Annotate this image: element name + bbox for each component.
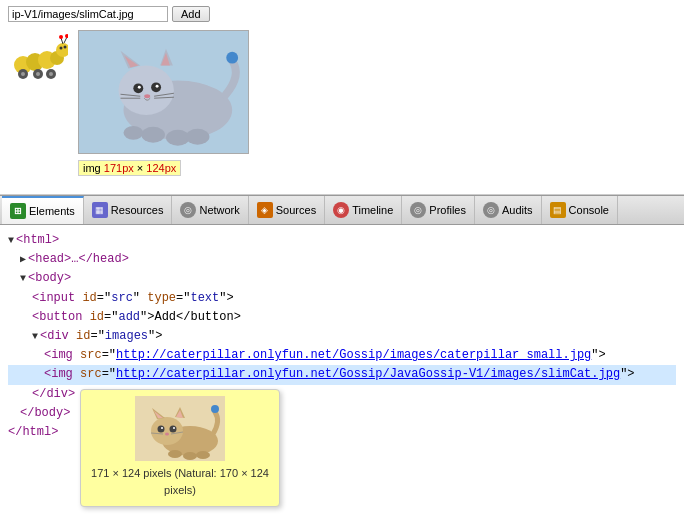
dom-line-html: ▼ <html> [8, 231, 676, 250]
svg-point-25 [138, 86, 141, 89]
url-input[interactable] [8, 6, 168, 22]
image-size-tooltip: img 171px × 124px [78, 160, 181, 176]
svg-point-36 [123, 126, 143, 140]
preview-area: Add [0, 0, 684, 195]
tab-console-label: Console [569, 204, 609, 216]
tooltip-height: 124px [146, 162, 176, 174]
tooltip-width: 171px [104, 162, 134, 174]
tab-network-label: Network [199, 204, 239, 216]
svg-point-10 [65, 34, 68, 38]
dom-line-button: <button id="add">Add</button> [8, 308, 676, 327]
dom-line-body: ▼ <body> [8, 269, 676, 288]
svg-point-45 [170, 425, 177, 432]
img2-link[interactable]: http://caterpillar.onlyfun.net/Gossip/Ja… [116, 365, 620, 384]
input-tag-open: < [32, 289, 39, 308]
profiles-icon: ◎ [410, 202, 426, 218]
tab-elements-label: Elements [29, 205, 75, 217]
svg-point-51 [211, 405, 219, 413]
tooltip-tag: img [83, 162, 101, 174]
tab-resources-label: Resources [111, 204, 164, 216]
tab-timeline-label: Timeline [352, 204, 393, 216]
tooltip-sep: × [137, 162, 146, 174]
tab-audits[interactable]: ◎ Audits [475, 196, 542, 224]
img1-link[interactable]: http://caterpillar.onlyfun.net/Gossip/im… [116, 346, 591, 365]
svg-point-48 [165, 432, 169, 435]
svg-point-32 [226, 51, 238, 63]
tab-network[interactable]: ◎ Network [172, 196, 248, 224]
html-tag: <html> [16, 231, 59, 250]
triangle-div[interactable]: ▼ [32, 329, 38, 345]
svg-point-52 [168, 450, 182, 458]
svg-point-18 [119, 65, 174, 114]
svg-point-6 [64, 46, 67, 49]
svg-point-12 [21, 72, 25, 76]
head-tag: <head>…</head> [28, 250, 129, 269]
svg-point-14 [36, 72, 40, 76]
svg-point-8 [59, 35, 63, 39]
svg-point-26 [156, 85, 159, 88]
caterpillar-small-image [13, 30, 68, 85]
triangle-head[interactable]: ▶ [20, 252, 26, 268]
svg-point-46 [161, 427, 163, 429]
tab-profiles-label: Profiles [429, 204, 466, 216]
audits-icon: ◎ [483, 202, 499, 218]
dom-line-div: ▼ <div id="images"> [8, 327, 676, 346]
tab-profiles[interactable]: ◎ Profiles [402, 196, 475, 224]
elements-icon: ⊞ [10, 203, 26, 219]
hover-preview-tooltip: 171 × 124 pixels (Natural: 170 × 124 pix… [80, 389, 280, 507]
dom-line-input: <input id="src" type="text"> [8, 289, 676, 308]
hover-cat-image [135, 396, 225, 461]
body-tag: <body> [28, 269, 71, 288]
dom-line-head: ▶ <head>…</head> [8, 250, 676, 269]
svg-point-39 [151, 417, 183, 445]
image-preview-area: img 171px × 124px [8, 30, 676, 154]
tab-elements[interactable]: ⊞ Elements [2, 196, 84, 224]
dom-line-img1: <img src="http://caterpillar.onlyfun.net… [8, 346, 676, 365]
svg-point-47 [173, 427, 175, 429]
svg-point-27 [144, 94, 150, 98]
dom-line-img2: <img src="http://caterpillar.onlyfun.net… [8, 365, 676, 384]
sources-icon: ◈ [257, 202, 273, 218]
svg-point-5 [60, 47, 63, 50]
svg-point-44 [158, 425, 165, 432]
main-cat-container: img 171px × 124px [78, 30, 249, 154]
svg-point-35 [186, 129, 210, 145]
url-bar: Add [8, 6, 676, 22]
svg-point-16 [49, 72, 53, 76]
devtools-tabs: ⊞ Elements ▦ Resources ◎ Network ◈ Sourc… [0, 195, 684, 225]
svg-point-33 [141, 127, 165, 143]
network-icon: ◎ [180, 202, 196, 218]
svg-point-53 [183, 452, 197, 460]
tab-resources[interactable]: ▦ Resources [84, 196, 173, 224]
main-cat-image [78, 30, 249, 154]
resources-icon: ▦ [92, 202, 108, 218]
add-button[interactable]: Add [172, 6, 210, 22]
svg-point-54 [196, 451, 210, 459]
tab-timeline[interactable]: ◉ Timeline [325, 196, 402, 224]
triangle-body[interactable]: ▼ [20, 271, 26, 287]
tab-sources-label: Sources [276, 204, 316, 216]
timeline-icon: ◉ [333, 202, 349, 218]
triangle-html[interactable]: ▼ [8, 233, 14, 249]
hover-tooltip-text: 171 × 124 pixels (Natural: 170 × 124 pix… [91, 465, 269, 500]
tab-sources[interactable]: ◈ Sources [249, 196, 325, 224]
console-icon: ▤ [550, 202, 566, 218]
tab-audits-label: Audits [502, 204, 533, 216]
tab-console[interactable]: ▤ Console [542, 196, 618, 224]
dom-panel: ▼ <html> ▶ <head>…</head> ▼ <body> <inpu… [0, 225, 684, 517]
